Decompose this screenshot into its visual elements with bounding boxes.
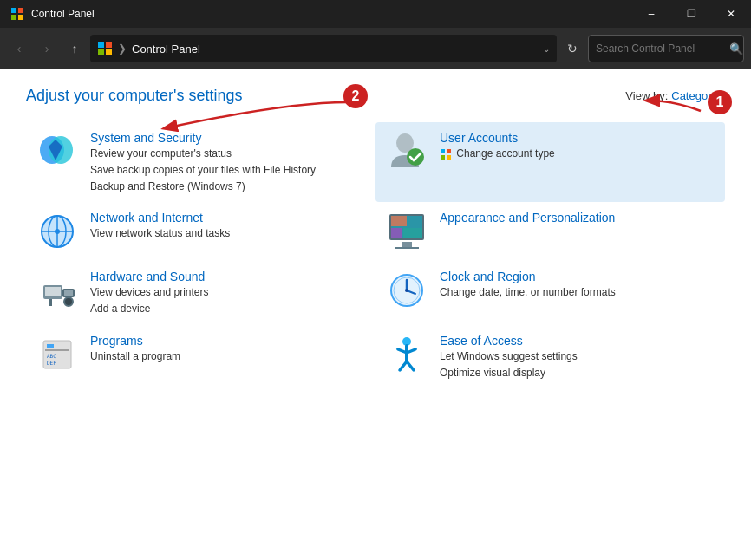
appearance-title[interactable]: Appearance and Personalization	[440, 211, 615, 225]
user-accounts-icon	[386, 131, 428, 173]
hardware-title[interactable]: Hardware and Sound	[90, 270, 209, 283]
network-text: Network and Internet View network status…	[90, 211, 230, 241]
svg-rect-4	[98, 42, 104, 48]
view-by-label: View by:	[625, 89, 668, 102]
svg-rect-25	[391, 216, 407, 226]
svg-rect-29	[395, 247, 419, 249]
panel-item-system-security[interactable]: System and Security Review your computer…	[26, 122, 376, 202]
items-grid: System and Security Review your computer…	[26, 122, 725, 389]
svg-point-34	[64, 297, 73, 306]
svg-line-51	[407, 361, 414, 370]
user-accounts-text: User Accounts Change account type	[440, 131, 555, 161]
refresh-button[interactable]: ↻	[560, 36, 584, 61]
svg-rect-14	[447, 149, 451, 153]
hardware-sub2[interactable]: Add a device	[90, 302, 209, 316]
svg-rect-7	[106, 49, 112, 55]
svg-rect-43	[47, 344, 54, 348]
programs-icon: ABC DEF	[36, 334, 78, 375]
title-bar: Control Panel – ❐ ✕	[0, 0, 751, 28]
system-security-sub1[interactable]: Review your computer's status	[90, 147, 316, 161]
close-button[interactable]: ✕	[711, 0, 751, 28]
svg-rect-35	[49, 299, 52, 306]
address-dropdown-arrow[interactable]: ⌄	[543, 44, 550, 54]
minimize-button[interactable]: –	[631, 0, 671, 28]
control-panel-address-icon	[97, 41, 113, 56]
hardware-sub1[interactable]: View devices and printers	[90, 285, 209, 300]
svg-rect-0	[11, 8, 16, 13]
svg-line-50	[400, 361, 407, 370]
svg-rect-31	[45, 287, 61, 296]
clock-title[interactable]: Clock and Region	[440, 270, 616, 283]
svg-rect-27	[403, 228, 422, 238]
search-input[interactable]	[596, 42, 726, 55]
ease-sub1[interactable]: Let Windows suggest settings	[440, 349, 578, 364]
network-sub1[interactable]: View network status and tasks	[90, 226, 230, 241]
panel-item-appearance[interactable]: Appearance and Personalization	[376, 202, 725, 261]
svg-text:DEF: DEF	[47, 360, 56, 366]
clock-text: Clock and Region Change date, time, or n…	[440, 270, 616, 300]
svg-rect-26	[391, 228, 402, 238]
svg-rect-33	[64, 290, 73, 296]
user-accounts-sub1[interactable]: Change account type	[440, 147, 555, 161]
svg-rect-2	[11, 15, 16, 20]
svg-rect-1	[18, 8, 23, 13]
title-bar-left: Control Panel	[10, 7, 95, 21]
search-box[interactable]: 🔍	[588, 35, 744, 62]
title-bar-controls: – ❐ ✕	[631, 0, 751, 28]
panel-item-ease[interactable]: Ease of Access Let Windows suggest setti…	[376, 325, 725, 389]
system-security-sub2[interactable]: Save backup copies of your files with Fi…	[90, 163, 316, 178]
panel-item-programs[interactable]: ABC DEF Programs Uninstall a program	[26, 325, 376, 389]
search-icon[interactable]: 🔍	[729, 42, 743, 55]
page-title: Adjust your computer's settings	[26, 87, 243, 105]
ease-title[interactable]: Ease of Access	[440, 334, 578, 348]
restore-button[interactable]: ❐	[671, 0, 711, 28]
svg-text:ABC: ABC	[47, 353, 56, 359]
panel-item-clock[interactable]: Clock and Region Change date, time, or n…	[376, 261, 725, 325]
ease-sub2[interactable]: Optimize visual display	[440, 366, 578, 381]
programs-title[interactable]: Programs	[90, 334, 180, 348]
clock-icon	[386, 270, 428, 311]
path-separator: ❯	[118, 42, 127, 55]
appearance-icon	[386, 211, 428, 252]
address-input[interactable]: ❯ Control Panel ⌄	[90, 35, 557, 62]
programs-sub1[interactable]: Uninstall a program	[90, 349, 180, 364]
hardware-icon	[36, 270, 78, 311]
back-button[interactable]: ‹	[7, 36, 31, 61]
address-bar: ‹ › ↑ ❯ Control Panel ⌄ ↻ 🔍	[0, 28, 751, 69]
user-accounts-title[interactable]: User Accounts	[440, 131, 555, 145]
panel-item-user-accounts[interactable]: User Accounts Change account type	[376, 122, 725, 202]
badge-1: 1	[708, 90, 732, 114]
svg-point-40	[405, 289, 408, 292]
svg-rect-13	[441, 149, 445, 153]
window-title: Control Panel	[31, 8, 95, 20]
ease-icon	[386, 334, 428, 375]
system-security-text: System and Security Review your computer…	[90, 131, 316, 193]
programs-text: Programs Uninstall a program	[90, 334, 180, 364]
svg-rect-3	[18, 15, 23, 20]
annotation-1: 1	[708, 90, 732, 114]
network-icon	[36, 211, 78, 252]
svg-rect-42	[45, 349, 69, 351]
top-bar: Adjust your computer's settings View by:…	[26, 87, 725, 105]
network-title[interactable]: Network and Internet	[90, 211, 230, 225]
panel-item-hardware[interactable]: Hardware and Sound View devices and prin…	[26, 261, 376, 325]
system-security-sub3[interactable]: Backup and Restore (Windows 7)	[90, 179, 316, 194]
main-content: Adjust your computer's settings View by:…	[0, 69, 751, 560]
app-icon	[10, 7, 24, 21]
svg-rect-28	[402, 242, 412, 247]
svg-rect-5	[106, 42, 112, 48]
up-button[interactable]: ↑	[62, 36, 87, 61]
svg-rect-6	[98, 49, 104, 55]
address-path: Control Panel	[132, 42, 538, 55]
clock-sub1[interactable]: Change date, time, or number formats	[440, 285, 616, 300]
ease-text: Ease of Access Let Windows suggest setti…	[440, 334, 578, 381]
system-security-icon	[36, 131, 78, 173]
svg-rect-16	[447, 155, 451, 160]
hardware-text: Hardware and Sound View devices and prin…	[90, 270, 209, 316]
panel-item-network[interactable]: Network and Internet View network status…	[26, 202, 376, 261]
badge-2: 2	[343, 84, 368, 108]
forward-button[interactable]: ›	[35, 36, 59, 61]
annotation-2: 2	[343, 84, 368, 108]
svg-point-22	[55, 229, 60, 234]
system-security-title[interactable]: System and Security	[90, 131, 316, 145]
